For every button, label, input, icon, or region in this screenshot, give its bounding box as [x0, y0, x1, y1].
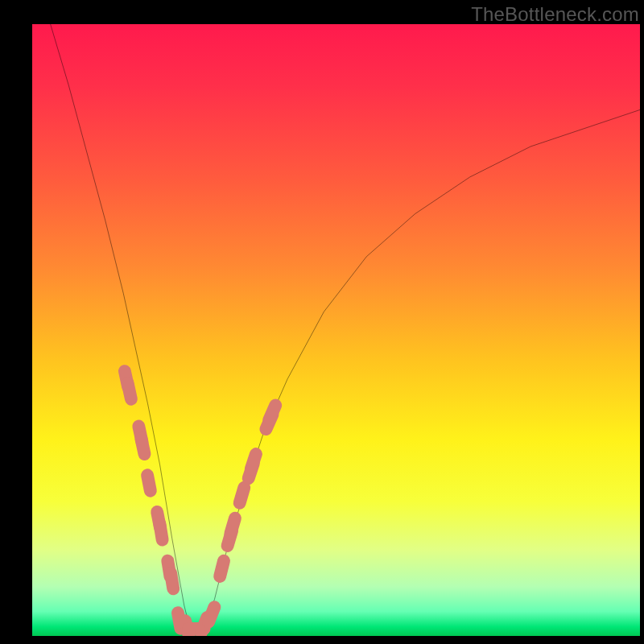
data-point [159, 524, 162, 539]
data-point [240, 488, 245, 503]
frame: TheBottleneck.com [0, 0, 644, 644]
bottleneck-curve [32, 24, 640, 636]
data-point [251, 454, 256, 469]
plot-area [32, 24, 640, 636]
watermark-text: TheBottleneck.com [471, 3, 639, 26]
data-point [269, 406, 275, 420]
data-point [128, 383, 131, 398]
data-point [208, 607, 214, 621]
data-point [230, 518, 235, 534]
data-point [171, 573, 173, 588]
data-point [147, 475, 151, 490]
data-point [220, 561, 224, 576]
data-point [141, 439, 144, 454]
